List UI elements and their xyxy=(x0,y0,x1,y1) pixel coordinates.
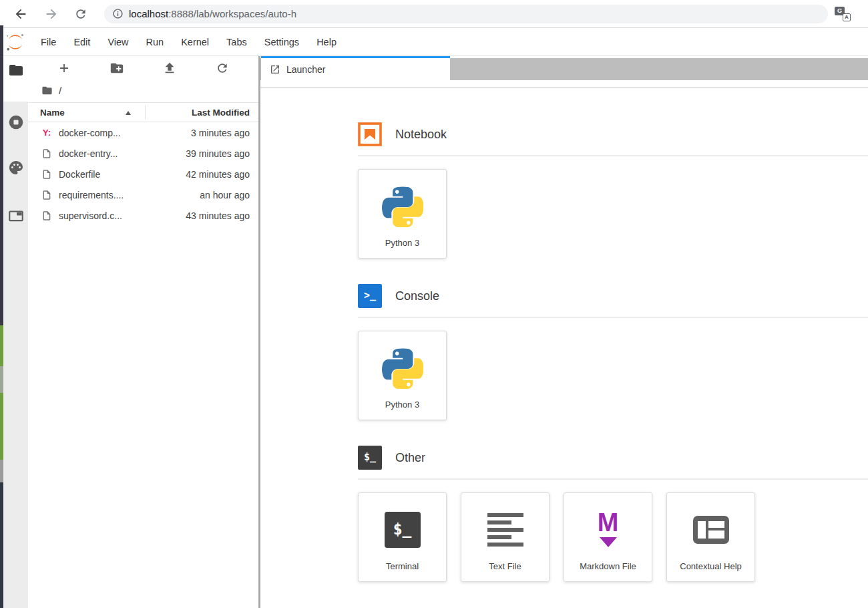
translate-icon[interactable]: G A xyxy=(835,7,851,21)
upload-icon xyxy=(162,61,177,75)
launcher-section-other: $_ Other $_ Terminal xyxy=(358,446,868,582)
text-file-icon xyxy=(487,504,523,556)
new-folder-button[interactable] xyxy=(108,59,126,77)
launcher-section-console: >_ Console Python 3 xyxy=(358,284,868,420)
launcher-card-text-file[interactable]: Text File xyxy=(461,492,550,582)
sidebar-tab-file-browser[interactable] xyxy=(3,62,28,78)
launcher-card-console-python3[interactable]: Python 3 xyxy=(358,331,447,420)
markdown-icon: M xyxy=(598,504,619,556)
terminal-icon: $_ xyxy=(358,446,382,470)
launcher-card-markdown-file[interactable]: M Markdown File xyxy=(564,492,652,582)
new-folder-icon xyxy=(110,61,124,75)
file-last-modified: an hour ago xyxy=(200,190,258,200)
menu-item-run[interactable]: Run xyxy=(138,37,173,47)
new-launcher-button[interactable] xyxy=(55,59,73,77)
menu-item-edit[interactable]: Edit xyxy=(65,37,99,47)
section-header: Notebook xyxy=(358,122,868,146)
main-dock-panel: Launcher Notebook xyxy=(260,56,868,608)
column-header-name[interactable]: Name xyxy=(28,108,65,118)
section-title: Console xyxy=(395,289,439,303)
browser-forward-button[interactable] xyxy=(44,7,59,21)
column-header-last-modified[interactable]: Last Modified xyxy=(192,108,258,118)
menu-item-file[interactable]: File xyxy=(32,37,65,47)
card-label: Terminal xyxy=(386,561,419,571)
browser-back-button[interactable] xyxy=(13,7,28,21)
tab-bar-divider xyxy=(260,80,868,88)
breadcrumb-root[interactable]: / xyxy=(59,85,61,96)
file-browser-panel: / Name Last Modified Y: docker-comp... 3… xyxy=(28,56,260,608)
palette-icon xyxy=(8,160,24,176)
file-list: Y: docker-comp... 3 minutes ago docker-e… xyxy=(28,122,258,226)
card-label: Python 3 xyxy=(385,400,419,410)
sort-ascending-icon xyxy=(126,111,131,115)
launcher-section-notebook: Notebook Python 3 xyxy=(358,122,868,259)
dock-tab-bar: Launcher xyxy=(260,56,868,80)
refresh-button[interactable] xyxy=(214,59,231,77)
browser-reload-button[interactable] xyxy=(73,7,88,21)
section-divider xyxy=(358,478,868,480)
card-label: Contextual Help xyxy=(680,561,742,571)
jupyter-logo xyxy=(5,32,25,52)
file-last-modified: 39 minutes ago xyxy=(186,148,258,159)
file-name: supervisord.c... xyxy=(59,210,122,221)
section-header: $_ Other xyxy=(358,446,868,470)
workspace: / Name Last Modified Y: docker-comp... 3… xyxy=(0,56,868,608)
file-row[interactable]: Y: docker-comp... 3 minutes ago xyxy=(28,122,258,143)
python-icon xyxy=(382,180,423,233)
file-icon xyxy=(41,190,53,200)
file-name: requirements.... xyxy=(59,190,124,200)
menu-item-settings[interactable]: Settings xyxy=(256,37,308,47)
folder-icon xyxy=(8,62,24,78)
stop-circle-icon xyxy=(7,114,25,131)
card-label: Text File xyxy=(489,561,521,571)
launcher-card-contextual-help[interactable]: Contextual Help xyxy=(666,492,755,582)
sidebar-tab-open-tabs[interactable] xyxy=(3,207,28,224)
section-header: >_ Console xyxy=(358,284,868,308)
sidebar-tab-command-palette[interactable] xyxy=(3,160,28,176)
file-icon xyxy=(41,210,53,221)
upload-button[interactable] xyxy=(161,59,178,77)
refresh-icon xyxy=(216,61,229,75)
file-name: Dockerfile xyxy=(59,169,100,180)
contextual-help-icon xyxy=(692,504,730,556)
file-row[interactable]: requirements.... an hour ago xyxy=(28,184,258,205)
card-label: Python 3 xyxy=(385,238,419,248)
launcher-card-notebook-python3[interactable]: Python 3 xyxy=(358,169,447,259)
launcher-icon xyxy=(270,64,280,75)
url-text: localhost:8888/lab/workspaces/auto-h xyxy=(129,8,296,19)
menu-item-kernel[interactable]: Kernel xyxy=(172,37,218,47)
tab-launcher-label: Launcher xyxy=(286,64,325,75)
url-bar[interactable]: localhost:8888/lab/workspaces/auto-h xyxy=(104,5,828,23)
menu-item-tabs[interactable]: Tabs xyxy=(218,37,256,47)
file-icon xyxy=(41,169,53,180)
tab-launcher[interactable]: Launcher xyxy=(261,56,450,80)
python-icon xyxy=(382,342,423,394)
browser-toolbar: localhost:8888/lab/workspaces/auto-h G A xyxy=(0,0,868,28)
notebook-icon xyxy=(358,122,382,146)
tabs-icon xyxy=(7,207,25,224)
section-title: Other xyxy=(395,451,425,465)
desktop-edge-sliver-top xyxy=(0,25,3,56)
jupyterlab-menubar: File Edit View Run Kernel Tabs Settings … xyxy=(0,28,868,56)
section-title: Notebook xyxy=(395,128,447,142)
terminal-icon: $_ xyxy=(385,504,421,556)
menu-item-view[interactable]: View xyxy=(99,37,137,47)
file-row[interactable]: docker-entry... 39 minutes ago xyxy=(28,143,258,164)
console-icon: >_ xyxy=(358,284,382,308)
section-divider xyxy=(358,317,868,318)
file-name: docker-entry... xyxy=(59,148,118,159)
file-name: docker-comp... xyxy=(59,128,121,138)
home-folder-icon[interactable] xyxy=(41,85,53,96)
file-browser-toolbar xyxy=(28,56,258,80)
file-row[interactable]: Dockerfile 42 minutes ago xyxy=(28,164,258,184)
activity-bar xyxy=(3,56,28,608)
menu-item-help[interactable]: Help xyxy=(308,37,345,47)
file-row[interactable]: supervisord.c... 43 minutes ago xyxy=(28,205,258,226)
page-info-icon[interactable] xyxy=(112,8,124,19)
section-divider xyxy=(358,155,868,156)
card-label: Markdown File xyxy=(580,561,636,571)
sidebar-tab-running-sessions[interactable] xyxy=(3,114,28,131)
launcher-card-terminal[interactable]: $_ Terminal xyxy=(358,492,447,582)
breadcrumb[interactable]: / xyxy=(28,80,258,100)
launcher-panel: Notebook Python 3 xyxy=(260,88,868,608)
